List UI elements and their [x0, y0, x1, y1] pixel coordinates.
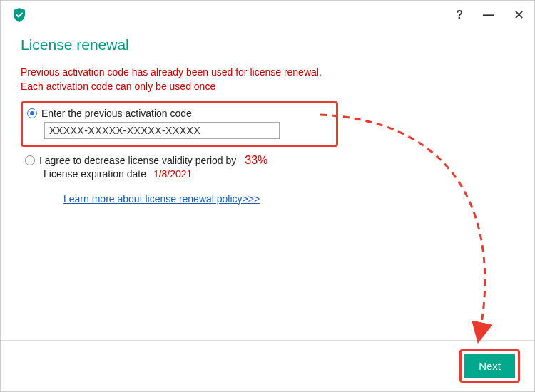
page-title: License renewal — [21, 36, 514, 53]
window-controls: ? — ✕ — [456, 9, 524, 21]
titlebar-left — [11, 6, 28, 24]
expiration-line: License expiration date 1/8/2021 — [44, 168, 514, 180]
radio-decrease-validity[interactable] — [25, 155, 35, 165]
content-area: License renewal Previous activation code… — [1, 29, 534, 340]
error-message: Previous activation code has already bee… — [21, 65, 514, 94]
learn-more-row: Learn more about license renewal policy>… — [63, 192, 514, 205]
help-button[interactable]: ? — [456, 9, 463, 21]
option-enter-code-block: Enter the previous activation code — [21, 101, 338, 147]
minimize-button[interactable]: — — [483, 9, 494, 21]
error-line-1: Previous activation code has already bee… — [21, 65, 514, 79]
next-button[interactable]: Next — [464, 354, 515, 378]
dialog-window: ? — ✕ License renewal Previous activatio… — [0, 0, 535, 392]
close-button[interactable]: ✕ — [514, 9, 524, 21]
next-button-highlight: Next — [459, 349, 520, 383]
radio-enter-code[interactable] — [27, 108, 37, 118]
error-line-2: Each activation code can only be used on… — [21, 79, 514, 93]
option-decrease-row[interactable]: I agree to decrease license validity per… — [25, 154, 514, 167]
expiration-label: License expiration date — [44, 168, 146, 180]
app-shield-icon — [11, 6, 28, 24]
option-decrease-label: I agree to decrease license validity per… — [39, 155, 236, 166]
option-decrease-block: I agree to decrease license validity per… — [25, 154, 514, 180]
activation-code-input[interactable] — [44, 122, 280, 139]
expiration-date: 1/8/2021 — [153, 168, 193, 180]
decrease-percent: 33% — [245, 154, 268, 167]
titlebar: ? — ✕ — [1, 1, 534, 29]
option-enter-code-label: Enter the previous activation code — [41, 108, 192, 119]
footer: Next — [1, 340, 534, 391]
learn-more-link[interactable]: Learn more about license renewal policy>… — [63, 193, 260, 205]
option-enter-code-row[interactable]: Enter the previous activation code — [27, 108, 332, 119]
